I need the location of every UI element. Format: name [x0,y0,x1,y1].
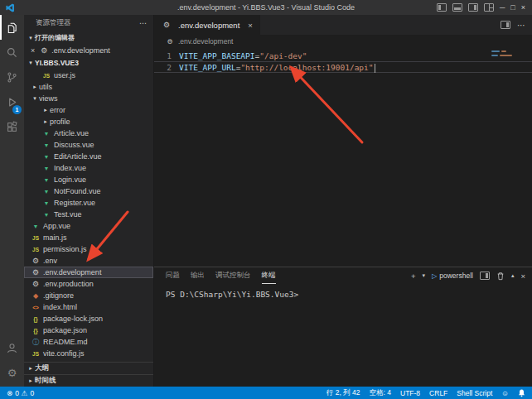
close-icon[interactable]: × [248,21,253,30]
tree-item-.gitignore[interactable]: ◆.gitignore [24,290,153,301]
close-button[interactable]: × [521,3,525,12]
indentation[interactable]: 空格: 4 [370,388,391,398]
tree-item-.env[interactable]: ⚙.env [24,255,153,267]
tree-item-Discuss.vue[interactable]: ▼Discuss.vue [24,139,153,151]
file-name: Index.vue [54,164,86,172]
split-terminal-icon[interactable] [480,272,490,280]
split-editor-icon[interactable] [501,21,510,29]
js-icon: JS [31,351,41,357]
gear-icon: ⚙ [162,21,172,29]
code-editor[interactable]: 1VITE_APP_BASEAPI="/api-dev"2VITE_APP_UR… [154,48,532,267]
toggle-sidebar-icon[interactable] [437,3,447,12]
tree-item-main.js[interactable]: JSmain.js [24,232,153,243]
tree-item-README.md[interactable]: ⓘREADME.md [24,336,153,348]
tree-item-Index.vue[interactable]: ▼Index.vue [24,162,153,174]
tree-item-views[interactable]: ▾views [24,93,153,104]
tree-item-index.html[interactable]: <>index.html [24,301,153,313]
more-actions-icon[interactable]: ⋯ [139,19,147,27]
panel-header: 问题输出调试控制台终端 + ▾ ▷ powershell ▴ × [154,267,532,284]
maximize-button[interactable]: □ [510,3,515,12]
run-debug-icon[interactable]: 1 [0,89,24,114]
toggle-secondary-sidebar-icon[interactable] [468,3,478,12]
tree-item-vite.config.js[interactable]: JSvite.config.js [24,348,153,359]
minimap[interactable] [491,50,530,59]
text-cursor [375,64,375,73]
settings-gear-icon[interactable]: ⚙ [0,360,24,385]
new-terminal-icon[interactable]: + [411,272,416,281]
tree-item-NotFound.vue[interactable]: ▼NotFound.vue [24,185,153,197]
tree-item-error[interactable]: ▸error [24,104,153,116]
editor-more-actions-icon[interactable]: ⋯ [517,21,525,30]
activity-badge: 1 [12,105,22,114]
outline-pane-header[interactable]: ▸ 大纲 [24,362,153,374]
tree-item-permission.js[interactable]: JSpermission.js [24,243,153,255]
tree-item-Test.vue[interactable]: ▼Test.vue [24,209,153,220]
kill-terminal-icon[interactable] [496,272,505,281]
tree-item-package-lock.json[interactable]: {}package-lock.json [24,313,153,324]
feedback-icon[interactable]: ☺ [501,389,509,397]
panel-tab-problems[interactable]: 问题 [166,267,180,284]
tree-item-EditArticle.vue[interactable]: ▼EditArticle.vue [24,151,153,162]
tree-item-Register.vue[interactable]: ▼Register.vue [24,197,153,209]
project-header[interactable]: ▾ YI.BBS.VUE3 [24,56,153,70]
file-name: error [50,106,65,114]
chevron-right-icon: ▸ [41,118,50,125]
panel-tab-terminal[interactable]: 终端 [262,267,276,284]
breadcrumb[interactable]: ⚙ .env.development [154,35,532,48]
file-name: .env.development [43,268,101,276]
tab-bar: ⚙ .env.development × ⋯ [154,15,532,35]
vue-icon: ▼ [41,142,51,148]
chevron-down-icon[interactable]: ▾ [423,272,426,279]
tree-item-.env.production[interactable]: ⚙.env.production [24,278,153,290]
customize-layout-icon[interactable] [484,3,494,12]
sidebar-title-bar: 资源管理器 ⋯ [24,15,153,31]
status-bar: ⊗ 0 ⚠ 0 行 2, 列 42 空格: 4 UTF-8 CRLF Shell… [0,387,532,399]
tab-env-development[interactable]: ⚙ .env.development × [154,15,260,35]
terminal-profile[interactable]: ▷ powershell [432,272,473,280]
warning-count: 0 [30,389,34,397]
problems-status[interactable]: ⊗ 0 ⚠ 0 [7,389,34,397]
chevron-down-icon: ▾ [27,60,35,66]
language-mode[interactable]: Shell Script [457,389,492,397]
json-icon: {} [31,316,41,322]
close-icon[interactable]: × [31,46,35,55]
env-value: "/api-dev" [259,51,307,60]
panel-tab-debug-console[interactable]: 调试控制台 [215,267,251,284]
file-name: utils [39,83,52,91]
tree-item-package.json[interactable]: {}package.json [24,324,153,336]
tree-item-Login.vue[interactable]: ▼Login.vue [24,174,153,185]
close-panel-icon[interactable]: × [520,272,525,281]
cursor-position[interactable]: 行 2, 列 42 [326,388,360,398]
explorer-icon[interactable] [0,15,24,40]
tree-item-utils[interactable]: ▸utils [24,81,153,93]
search-icon[interactable] [0,40,24,65]
tree-item-profile[interactable]: ▸profile [24,116,153,127]
minimize-button[interactable]: ─ [500,3,505,12]
vscode-window: .env.development - Yi.BBS.Vue3 - Visual … [0,0,532,399]
timeline-pane-header[interactable]: ▸ 时间线 [24,374,153,387]
terminal-output[interactable]: PS D:\CSharp\Yi\Yi.BBS.Vue3> [154,284,532,299]
extensions-icon[interactable] [0,114,24,139]
source-control-icon[interactable] [0,65,24,89]
encoding[interactable]: UTF-8 [400,389,420,397]
vue-icon: ▼ [31,224,41,229]
line-number: 1 [154,50,179,61]
account-icon[interactable] [0,335,24,360]
file-name: views [39,94,58,103]
vue-icon: ▼ [41,154,51,160]
tree-item-App.vue[interactable]: ▼App.vue [24,220,153,232]
file-name: Test.vue [54,210,82,219]
notifications-icon[interactable] [518,389,525,397]
tree-item-Article.vue[interactable]: ▼Article.vue [24,127,153,139]
eol[interactable]: CRLF [429,389,447,397]
env-value: "http://localhost:19001/api" [240,63,373,72]
open-editors-header[interactable]: ▾ 打开的编辑器 [24,31,153,44]
tree-item-.env.development[interactable]: ⚙.env.development [24,267,153,278]
toggle-panel-icon[interactable] [452,3,462,12]
open-editor-item[interactable]: × ⚙ .env.development [24,44,153,56]
panel-tab-output[interactable]: 输出 [191,267,205,284]
code-line-1: 1VITE_APP_BASEAPI="/api-dev" [154,50,532,61]
tree-item-user.js[interactable]: JSuser.js [24,70,153,81]
maximize-panel-icon[interactable]: ▴ [511,272,515,279]
gear-icon: ⚙ [166,38,174,46]
